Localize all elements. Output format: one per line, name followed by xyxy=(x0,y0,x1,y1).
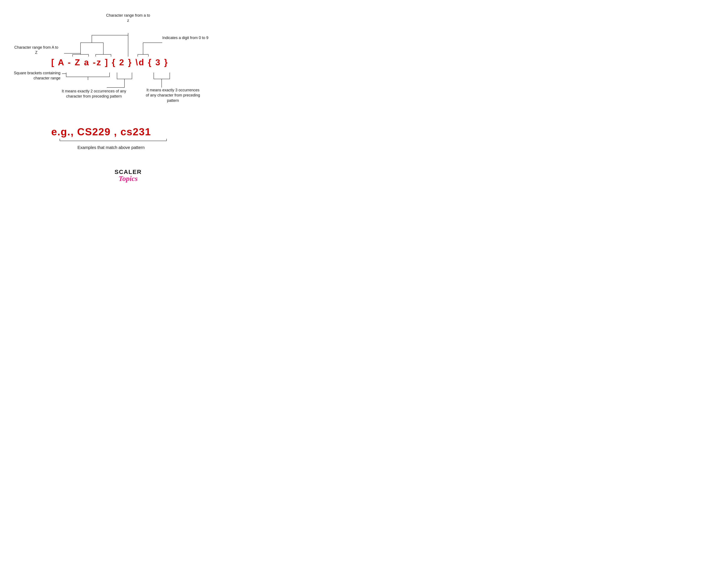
diagram-container: Character range from a to z Character ra… xyxy=(0,0,256,209)
label-square-brackets: Square brackets containing character ran… xyxy=(10,70,60,81)
label-char-range-az: Character range from a to z xyxy=(105,13,152,23)
label-indicates-digit: Indicates a digit from 0 to 9 xyxy=(162,35,211,40)
logo-topics-text: Topics xyxy=(105,174,152,183)
example-text: e.g., CS229 , cs231 xyxy=(51,126,151,138)
logo: SCALER Topics xyxy=(105,169,152,183)
label-char-range-AZ: Character range from A to Z xyxy=(13,45,60,55)
example-description: Examples that match above pattern xyxy=(51,145,171,150)
label-exactly3: It means exactly 3 occurrences of any ch… xyxy=(145,87,201,103)
label-exactly2: It means exactly 2 occurrences of any ch… xyxy=(61,89,127,99)
regex-pattern: [ A - Z a -z ] { 2 } \d { 3 } xyxy=(51,58,168,67)
